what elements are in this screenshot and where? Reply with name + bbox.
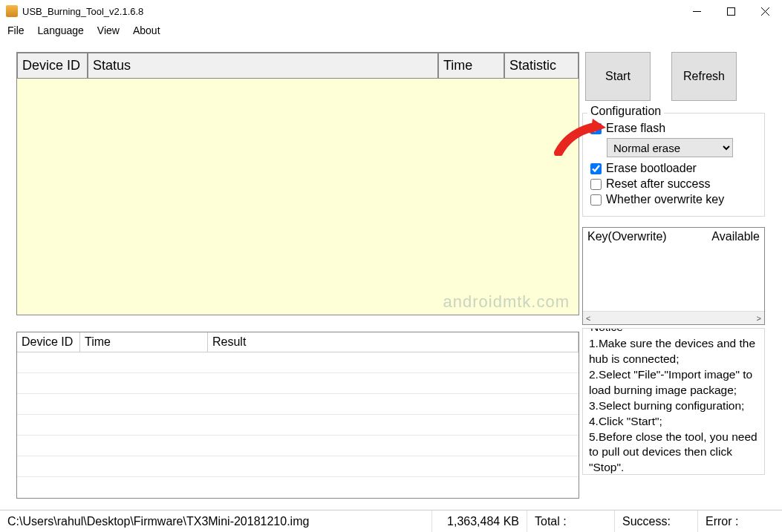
menu-language[interactable]: Language <box>38 24 84 36</box>
configuration-legend: Configuration <box>587 105 664 118</box>
configuration-group: Configuration Erase flash Normal erase E… <box>582 113 765 217</box>
col-device-id[interactable]: Device ID <box>17 53 88 79</box>
close-button[interactable] <box>748 0 782 22</box>
erase-bootloader-label: Erase bootloader <box>606 162 697 175</box>
col2-time[interactable]: Time <box>80 332 208 352</box>
table-row <box>17 456 579 477</box>
notice-line: 1.Make sure the devices and the hub is c… <box>589 336 758 367</box>
col-status[interactable]: Status <box>88 53 438 79</box>
notice-group: Notice 1.Make sure the devices and the h… <box>582 328 765 475</box>
key-col-overwrite[interactable]: Key(Overwrite) <box>583 228 691 246</box>
notice-line: 3.Select burning configuration; <box>589 398 758 414</box>
window-title: USB_Burning_Tool_v2.1.6.8 <box>6 5 680 17</box>
erase-mode-select[interactable]: Normal erase <box>607 138 733 157</box>
erase-bootloader-checkbox[interactable]: Erase bootloader <box>590 162 757 175</box>
status-size: 1,363,484 KB <box>432 510 527 532</box>
scroll-right-icon[interactable]: > <box>754 314 764 323</box>
menu-file[interactable]: File <box>7 24 25 36</box>
status-success: Success: <box>615 510 698 532</box>
status-error: Error : <box>698 510 782 532</box>
overwrite-key-label: Whether overwrite key <box>606 193 724 206</box>
scroll-left-icon[interactable]: < <box>583 314 593 323</box>
maximize-button[interactable] <box>714 0 748 22</box>
erase-flash-input[interactable] <box>590 123 602 134</box>
table-row <box>17 477 579 498</box>
notice-line: 4.Click "Start"; <box>589 414 758 430</box>
table-row <box>17 394 579 415</box>
reset-after-label: Reset after success <box>606 177 711 191</box>
reset-after-checkbox[interactable]: Reset after success <box>590 177 757 191</box>
start-button[interactable]: Start <box>585 52 651 101</box>
key-col-available[interactable]: Available <box>691 228 764 246</box>
notice-legend: Notice <box>587 328 626 335</box>
key-table-scrollbar[interactable]: <> <box>583 311 764 324</box>
col2-device-id[interactable]: Device ID <box>17 332 80 352</box>
device-status-body: androidmtk.com <box>17 79 579 315</box>
col2-result[interactable]: Result <box>208 332 579 352</box>
menu-about[interactable]: About <box>133 24 160 36</box>
watermark-text: androidmtk.com <box>443 292 570 312</box>
table-row <box>17 373 579 394</box>
table-row <box>17 436 579 456</box>
app-icon <box>6 5 18 17</box>
device-status-table: Device ID Status Time Statistic androidm… <box>16 52 579 315</box>
notice-line: 5.Before close the tool, you need to pul… <box>589 430 758 475</box>
notice-line: 2.Select "File"-"Import image" to load b… <box>589 367 758 398</box>
menu-bar: File Language View About <box>0 22 782 39</box>
col-statistic[interactable]: Statistic <box>504 53 579 79</box>
overwrite-key-checkbox[interactable]: Whether overwrite key <box>590 193 757 206</box>
svg-rect-1 <box>727 7 734 15</box>
key-table: Key(Overwrite) Available <> <box>582 227 765 325</box>
refresh-button[interactable]: Refresh <box>671 52 737 101</box>
status-path: C:\Users\rahul\Desktop\Firmware\TX3Mini-… <box>0 510 432 532</box>
status-total: Total : <box>527 510 615 532</box>
erase-flash-label: Erase flash <box>606 122 665 135</box>
status-bar: C:\Users\rahul\Desktop\Firmware\TX3Mini-… <box>0 510 782 532</box>
window-title-text: USB_Burning_Tool_v2.1.6.8 <box>22 6 143 17</box>
table-row <box>17 415 579 436</box>
erase-bootloader-input[interactable] <box>590 163 602 174</box>
title-bar: USB_Burning_Tool_v2.1.6.8 <box>0 0 782 22</box>
results-table: Device ID Time Result <box>16 332 579 499</box>
col-time[interactable]: Time <box>438 53 504 79</box>
overwrite-key-input[interactable] <box>590 194 602 206</box>
reset-after-input[interactable] <box>590 179 602 190</box>
table-row <box>17 352 579 373</box>
minimize-button[interactable] <box>680 0 714 22</box>
menu-view[interactable]: View <box>97 24 120 36</box>
erase-flash-checkbox[interactable]: Erase flash <box>590 122 757 135</box>
